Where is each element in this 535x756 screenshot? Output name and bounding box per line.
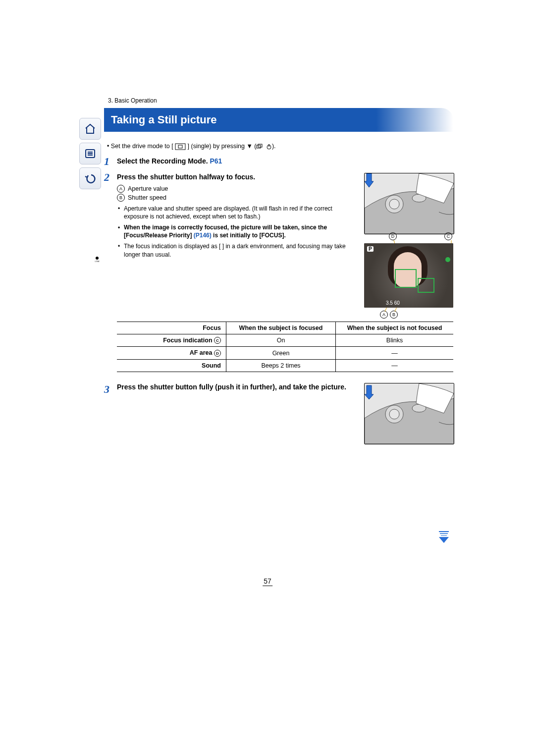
callout-B: Shutter speed: [128, 194, 166, 201]
callout-A: Aperture value: [128, 185, 168, 192]
table-row: AF area D Green —: [117, 347, 453, 360]
step-2-bullet-1: Aperture value and shutter speed are dis…: [117, 205, 355, 220]
step-1-text: Select the Recording Mode.: [117, 157, 210, 165]
breadcrumb: 3. Basic Operation: [104, 95, 453, 106]
focus-status-table: Focus When the subject is focused When t…: [117, 322, 453, 372]
record-mode-badge: P: [367, 246, 374, 252]
svg-point-23: [389, 409, 399, 419]
step-1: 1 Select the Recording Mode. P61: [104, 155, 453, 169]
step-3-head: Press the shutter button fully (push it …: [117, 383, 355, 391]
sidebar: [79, 118, 100, 189]
shutter-arrow-half-icon: [365, 173, 374, 187]
table-h1: When the subject is focused: [226, 322, 336, 334]
marker-B: B: [117, 194, 125, 202]
table-h0: Focus: [117, 322, 226, 334]
low-focus-icon: LOW: [94, 256, 101, 265]
back-icon[interactable]: [79, 167, 101, 189]
svg-text:LOW: LOW: [95, 260, 99, 263]
shutter-arrow-full-icon: [365, 383, 374, 401]
timer-icon: [266, 144, 272, 150]
link-p146[interactable]: (P146): [194, 232, 212, 239]
step-2-bullet-2: When the image is correctly focused, the…: [117, 223, 355, 239]
svg-point-11: [96, 257, 99, 260]
drive-burst-icon: [256, 144, 264, 150]
step-2-bullet-3: The focus indication is displayed as [ ]…: [117, 242, 355, 258]
exposure-readout: 3.5 60: [386, 300, 400, 306]
step-2-head: Press the shutter button halfway to focu…: [117, 173, 355, 181]
link-p61[interactable]: P61: [210, 157, 222, 165]
marker-A: A: [117, 185, 125, 193]
page-title: Taking a Still picture: [104, 108, 453, 132]
table-h2: When the subject is not focused: [336, 322, 454, 334]
step-3-number: 3: [104, 383, 117, 453]
step-1-number: 1: [104, 155, 117, 169]
page-title-text: Taking a Still picture: [111, 113, 217, 126]
svg-rect-6: [257, 145, 261, 148]
intro-note: • Set the drive mode to [ ] (single) by …: [107, 143, 453, 150]
svg-point-15: [389, 199, 399, 209]
camera-fullpress-figure: [364, 383, 454, 444]
table-row: Focus indication C On Blinks: [117, 334, 453, 347]
down-triangle-icon: ▼: [246, 143, 252, 150]
svg-rect-5: [178, 145, 182, 148]
lcd-preview-figure: D C A B: [364, 243, 453, 308]
menu-icon[interactable]: [79, 143, 101, 164]
step-2: 2 Press the shutter button halfway to fo…: [104, 171, 453, 453]
focus-indicator-icon: [445, 257, 450, 262]
svg-rect-7: [258, 144, 262, 147]
svg-rect-4: [175, 144, 185, 150]
step-3: 3 Press the shutter button fully (push i…: [117, 383, 453, 453]
home-icon[interactable]: [79, 118, 101, 140]
camera-halfpress-figure: [364, 173, 454, 234]
page-number: 57: [263, 577, 272, 586]
continue-arrow-icon: [437, 530, 451, 544]
single-drive-icon: [175, 143, 186, 150]
table-row: Sound Beeps 2 times —: [117, 360, 453, 372]
